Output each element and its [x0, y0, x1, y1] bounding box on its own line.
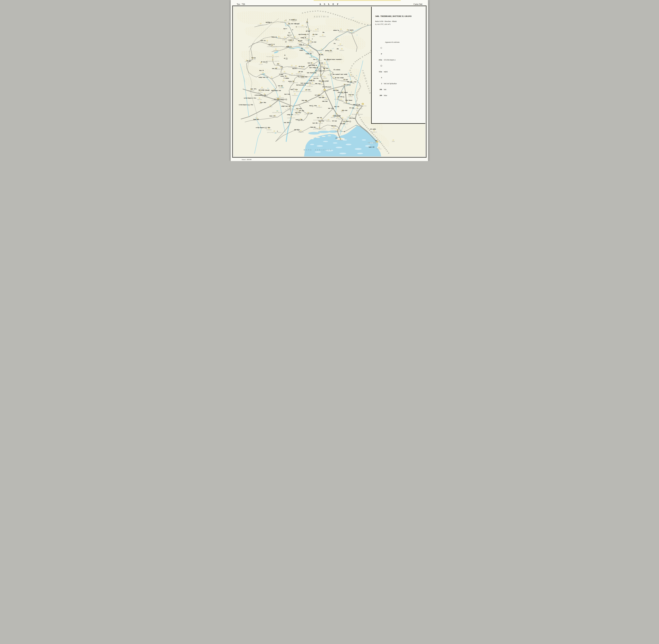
- map-point-label: báti 130a: [319, 97, 324, 98]
- map-point-label: 110a trebi̯á / báti: [271, 90, 281, 91]
- atlas-title: A S L E F: [319, 3, 340, 5]
- square-symbol: [293, 89, 294, 90]
- map-point-label: báti kui̯ batā́i̯ 96: [296, 84, 305, 86]
- map-point-label: 169a báti: [342, 110, 347, 111]
- map-point-label: trebi̯á / báte 73a: [258, 76, 268, 78]
- map-point-label: 66a báti: [323, 67, 328, 69]
- legend-row-text: báti [sul šplakadúar: [384, 83, 397, 85]
- map-point-label: ʃmlátet 34a: [325, 50, 332, 51]
- map-point-label: 213: [336, 137, 337, 139]
- legend-row-id: 209: [376, 94, 382, 96]
- circled-p-symbol: P: [265, 127, 267, 129]
- map-point-label: báti 212: [331, 125, 336, 127]
- boxed-s-symbol: S: [356, 104, 357, 106]
- map-point-label: 67a mlatítę: [334, 69, 340, 70]
- map-point-label: trebeá 78: [280, 75, 286, 77]
- map-point-label: trębeá 93: [288, 80, 294, 82]
- legend-row-id: S: [376, 77, 382, 79]
- map-point-label: 28 báti: [298, 40, 302, 41]
- legend-panel: 3406. TREBBIARE, BATTERE IL GRANO Battre…: [371, 7, 425, 124]
- legend-row-id: [376, 47, 382, 49]
- map-point-label: 42 S: [284, 58, 288, 60]
- boxed-s-symbol: S: [330, 86, 331, 88]
- map-point-label: 127 báti: [315, 94, 319, 96]
- map-point-label: báter 223: [369, 146, 374, 148]
- map-point-label: 68a makinā́ / báti / trebi̯ā́: [333, 73, 347, 75]
- map-sheet-border: AUSTRIAJUGOSLAVIAMARE ADRIATICOSAPPADAFO…: [232, 5, 427, 158]
- map-point-label: 57a: [281, 66, 283, 67]
- map-point-label: 40 báte S: [261, 61, 267, 63]
- map-point-label: 88a tui̯ć — báti: [347, 81, 356, 83]
- map-point-label: 122 śe bát (impers.) P: [274, 98, 287, 100]
- map-point-label: báti 92a: [278, 85, 283, 86]
- map-point-label: 20a: [322, 32, 324, 33]
- map-point-label: báti 112a: [291, 89, 298, 90]
- map-point-label: 177 báti: [308, 112, 313, 114]
- map-point-label: S: [312, 38, 313, 40]
- legend-row-id: 19b: [376, 89, 382, 91]
- map-point-label: 146a báti: [322, 100, 327, 102]
- legend-row: P: [376, 53, 424, 59]
- map-point-label: báti / trebi̯á 67: [315, 70, 324, 72]
- legend-row: 2báti [sul šplakadúar: [376, 83, 424, 89]
- map-point-label: 41a: [277, 63, 279, 65]
- map-point-label: báti / trebi̯ę́ 64: [309, 65, 317, 66]
- map-point-label: 215a báter P: [343, 120, 351, 122]
- map-point-label: báte 211: [311, 127, 316, 128]
- map-point-label: báti 22a: [261, 40, 266, 41]
- legend-row-text: śi lu bát (impers.): [384, 59, 395, 61]
- circled-p-symbol: P: [327, 86, 329, 88]
- map-point-label: 77 trebeá: [283, 77, 289, 79]
- map-point-label: 18 báti: [306, 30, 310, 32]
- map-point-label: 31a báti: [312, 41, 316, 43]
- map-point-label: 199a báter: [349, 117, 355, 119]
- map-point-label: 38 báte: [247, 60, 251, 62]
- map-point-label: 219 mlā́tit: [370, 129, 376, 130]
- map-point-label: sę báti (impers.) 121a: [244, 97, 256, 98]
- circled-p-symbol: P: [248, 104, 250, 106]
- legend-row-text: báti: [384, 89, 386, 91]
- map-point-label: 39 báte: [251, 57, 256, 59]
- map-point-label: 119a báti: [348, 94, 354, 95]
- map-point-label: báti S 138: [353, 104, 360, 106]
- sheet-number: Tav. 726: [237, 3, 245, 5]
- map-point-label: 103a báti: [333, 89, 338, 91]
- map-point-label: 5: [318, 28, 318, 30]
- map-point-label: 7a mu̯áttę: [347, 29, 354, 31]
- map-point-label: S: [277, 131, 278, 132]
- map-point-label: 48: [298, 66, 300, 67]
- map-point-label: 36a: [301, 47, 303, 49]
- map-point-label: 3a: [306, 21, 308, 23]
- map-point-label: 221: [376, 140, 377, 141]
- map-point-label: se báte (impers.) P 209a: [256, 127, 270, 129]
- map-point-label: se bát (impers.) 109: [255, 94, 266, 96]
- map-point-label: mlátət 6a: [333, 29, 339, 31]
- circled-p-symbol: P: [295, 19, 297, 21]
- atlas-page: Tav. 726 A S L E F Carta 544: [231, 0, 428, 161]
- map-point-label: báti 167a: [328, 108, 334, 109]
- map-point-label: báti 175a: [295, 112, 301, 113]
- map-point-label: ʃbáti S 196: [334, 115, 341, 117]
- map-point-label: 21a: [334, 43, 336, 44]
- boxed-s-symbol: S: [336, 115, 338, 117]
- map-point-label: báte 140a: [260, 101, 266, 103]
- map-point-label: 46a (ʃ)bútati čenízu / mondeáti ~: [324, 59, 342, 60]
- map-point-label: 108 trebi̯á / ʃmarğá: [258, 89, 270, 91]
- circled-p-symbol: P: [312, 105, 313, 107]
- map-point-label: 155 báti: [349, 107, 354, 109]
- map-point-label: trębi̯ā́ 30: [301, 37, 306, 38]
- square-symbol: [381, 65, 382, 66]
- map-point-label: 17a: [288, 32, 290, 33]
- legend-row: 209bátar: [376, 94, 424, 100]
- map-point-label: 101a báti / trebi̯ā́: [319, 80, 328, 82]
- map-point-label: 2a šplakā́ P: [289, 19, 297, 21]
- map-point-label: báti 193: [317, 117, 322, 118]
- map-canvas: AUSTRIAJUGOSLAVIAMARE ADRIATICOSAPPADAFO…: [233, 7, 425, 157]
- map-point-label: 45 báti: [319, 54, 323, 55]
- map-point-label: báti 9: [283, 28, 287, 29]
- legend-title: Apparato di confronto: [385, 41, 400, 43]
- map-point-label: 100a báti: [315, 83, 320, 84]
- map-point-label: 34b: [337, 48, 339, 50]
- map-point-label: 10a báti / diʃbagoi̯ā́: [288, 23, 299, 24]
- map-point-label: S: [286, 19, 287, 21]
